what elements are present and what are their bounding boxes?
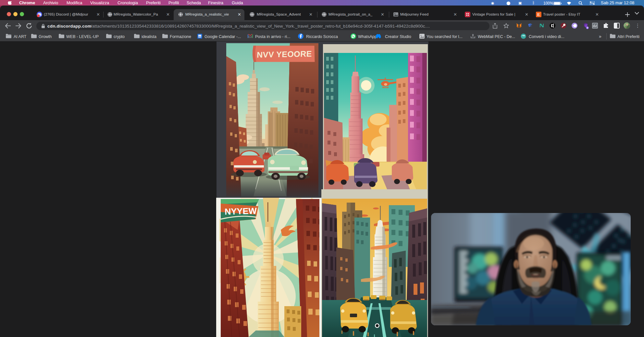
svg-text:31: 31	[198, 35, 201, 38]
svg-text:E: E	[537, 12, 540, 17]
svg-text:5: 5	[587, 26, 588, 29]
svg-text:NVV YEOORE: NVV YEOORE	[257, 49, 312, 59]
svg-text:NYYEW: NYYEW	[225, 206, 257, 217]
